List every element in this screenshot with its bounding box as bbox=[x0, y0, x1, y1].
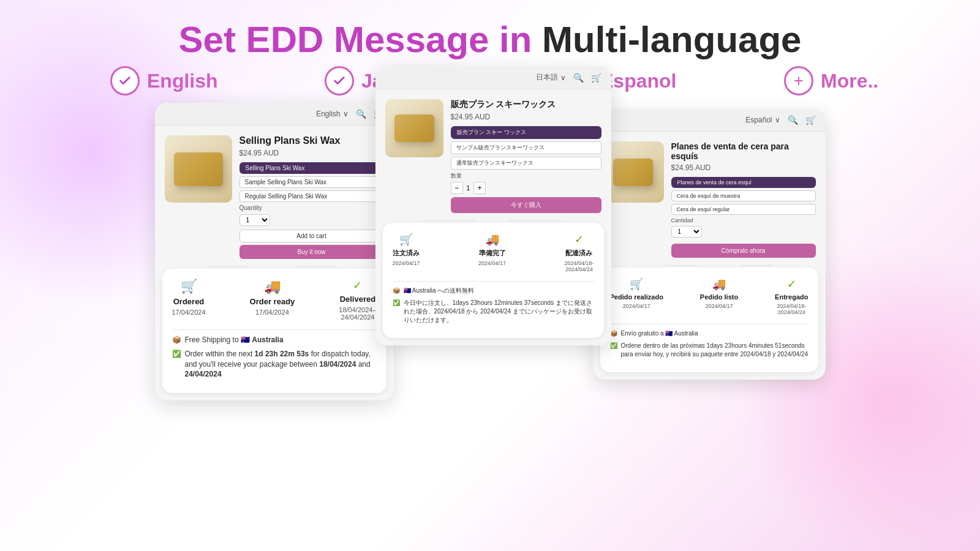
check-icon bbox=[333, 74, 346, 88]
english-divider bbox=[172, 329, 377, 330]
english-wax-block bbox=[174, 152, 223, 186]
japanese-qty-label: 数量 bbox=[451, 172, 601, 180]
english-product-image bbox=[165, 135, 232, 203]
english-add-cart-btn[interactable]: Add to cart bbox=[239, 230, 384, 242]
espanol-search-icon[interactable]: 🔍 bbox=[788, 115, 798, 125]
espanol-step-ordered: 🛒 Pedido realizado 2024/04/17 bbox=[610, 277, 663, 315]
espanol-ordered-date: 2024/04/17 bbox=[623, 303, 650, 309]
japanese-product-title: 販売プラン スキーワックス bbox=[451, 99, 601, 110]
japanese-shipping-line: 📦 🇦🇺 Australia への送料無料 bbox=[393, 287, 594, 295]
espanol-order-line: ✅ Ordene dentro de las próximas 1days 23… bbox=[610, 342, 809, 359]
japanese-qty-controls: − 1 + bbox=[451, 182, 601, 194]
japanese-qty-plus[interactable]: + bbox=[473, 182, 486, 194]
japanese-ship-icon: 📦 bbox=[393, 287, 400, 295]
japanese-step-ordered: 🛒 注文済み 2024/04/17 bbox=[393, 233, 420, 272]
english-product-section: Selling Plans Ski Wax $24.95 AUD Selling… bbox=[155, 126, 394, 269]
japanese-step-delivered: ✓ 配達済み 2024/04/18-2024/04/24 bbox=[564, 233, 594, 272]
espanol-delivered-label: Entregado bbox=[775, 293, 808, 301]
english-delivered-label: Delivered bbox=[340, 294, 376, 304]
espanol-shipping-line: 📦 Envío gratuito a 🇦🇺 Australia bbox=[610, 329, 809, 338]
english-order-text: Order within the next 1d 23h 22m 53s for… bbox=[185, 349, 377, 380]
english-lang-text: English bbox=[147, 70, 218, 92]
espanol-product-image bbox=[603, 141, 664, 203]
japanese-topbar-lang: 日本語 ∨ bbox=[536, 72, 566, 83]
japanese-qty-minus[interactable]: − bbox=[451, 182, 463, 194]
espanol-ready-label: Pedido listo bbox=[700, 293, 738, 301]
espanol-buy-now-btn[interactable]: Cómpralo ahora bbox=[671, 244, 816, 258]
english-step-ready: 🚚 Order ready 17/04/2024 bbox=[250, 279, 295, 321]
english-product-price: $24.95 AUD bbox=[239, 149, 384, 157]
japanese-topbar: 日本語 ∨ 🔍 🛒 bbox=[375, 66, 611, 89]
japanese-order-text: 今日中に注文し、1days 23hours 12minutes 37second… bbox=[404, 299, 594, 324]
more-plus-circle: + bbox=[784, 66, 813, 96]
more-label: + More.. bbox=[784, 66, 878, 96]
espanol-cart-icon[interactable]: 🛒 bbox=[805, 115, 816, 125]
japanese-edd-steps: 🛒 注文済み 2024/04/17 🚚 準備完了 2024/04/17 bbox=[393, 233, 594, 272]
espanol-qty-select[interactable]: 1 bbox=[671, 226, 702, 238]
english-topbar: English ∨ 🔍 🛒 bbox=[155, 103, 394, 126]
espanol-divider bbox=[610, 324, 809, 324]
japanese-ready-date: 2024/04/17 bbox=[478, 260, 506, 266]
english-buy-now-btn[interactable]: Buy it now bbox=[239, 245, 384, 259]
english-card-wrapper: English ∨ 🔍 🛒 Selling Plans Ski Wax $24.… bbox=[155, 97, 394, 400]
page-title: Set EDD Message in Multi-language bbox=[179, 20, 802, 60]
english-edd-steps: 🛒 Ordered 17/04/2024 🚚 Order ready 17/04… bbox=[172, 279, 377, 321]
more-lang-text: More.. bbox=[821, 70, 878, 92]
japanese-check-info-icon: ✅ bbox=[393, 299, 400, 307]
espanol-variant-btn[interactable]: Planes de venta de cera esquí bbox=[671, 177, 816, 188]
espanol-truck-step-icon: 🚚 bbox=[712, 277, 726, 291]
espanol-product-price: $24.95 AUD bbox=[671, 163, 816, 172]
check-icon bbox=[118, 74, 132, 88]
english-step-delivered: ✓ Delivered 18/04/2024–24/04/2024 bbox=[339, 279, 376, 321]
english-ordered-label: Ordered bbox=[173, 297, 205, 306]
english-delivered-date: 18/04/2024–24/04/2024 bbox=[339, 306, 376, 321]
espanol-variant-opt1: Cera de esquí de muestra bbox=[671, 190, 816, 201]
japanese-product-price: $24.95 AUD bbox=[451, 113, 601, 121]
english-connector1 bbox=[208, 266, 247, 267]
english-label: English bbox=[110, 66, 218, 96]
english-shipping-line: 📦 Free Shipping to 🇦🇺 Australia bbox=[172, 335, 377, 345]
japanese-check-step-icon: ✓ bbox=[575, 233, 584, 246]
japanese-buy-now-btn[interactable]: 今すぐ購入 bbox=[451, 197, 601, 213]
espanol-connector2 bbox=[741, 265, 772, 266]
japanese-divider bbox=[393, 281, 594, 282]
espanol-wax-block bbox=[613, 159, 653, 186]
english-cart-step-icon: 🛒 bbox=[181, 279, 197, 294]
espanol-ordered-label: Pedido realizado bbox=[610, 293, 663, 301]
japanese-ordered-date: 2024/04/17 bbox=[393, 260, 420, 266]
english-variant-btn[interactable]: Selling Plans Ski Wax bbox=[239, 162, 384, 174]
japanese-delivered-date: 2024/04/18-2024/04/24 bbox=[564, 260, 594, 272]
english-order-line: ✅ Order within the next 1d 23h 22m 53s f… bbox=[172, 349, 377, 380]
espanol-topbar-lang: Español ∨ bbox=[745, 116, 780, 124]
english-connector2 bbox=[297, 266, 336, 267]
japanese-search-icon[interactable]: 🔍 bbox=[573, 73, 584, 83]
japanese-product-info: 販売プラン スキーワックス $24.95 AUD 販売プラン スキー ワックス … bbox=[451, 99, 601, 213]
english-qty-select[interactable]: 1 bbox=[239, 214, 270, 226]
english-shipping-text: Free Shipping to 🇦🇺 Australia bbox=[185, 335, 284, 345]
english-ship-icon: 📦 bbox=[172, 335, 181, 345]
japanese-variant-btn[interactable]: 販売プラン スキー ワックス bbox=[451, 126, 601, 139]
english-variant-opt1: Sample Selling Plans Ski Wax bbox=[239, 176, 384, 188]
espanol-product-info: Planes de venta de cera para esquís $24.… bbox=[671, 141, 816, 258]
english-topbar-lang: English ∨ bbox=[316, 110, 348, 118]
japanese-ready-label: 準備完了 bbox=[479, 249, 506, 258]
espanol-product-title: Planes de venta de cera para esquís bbox=[671, 141, 816, 161]
japanese-shipping-text: 🇦🇺 Australia への送料無料 bbox=[404, 287, 475, 295]
japanese-shopify-card: 日本語 ∨ 🔍 🛒 販売プラン スキーワックス $24.95 AUD 販売プラン… bbox=[375, 66, 611, 345]
espanol-connector1 bbox=[666, 265, 698, 266]
japanese-connector2 bbox=[508, 220, 562, 221]
espanol-order-text: Ordene dentro de las próximas 1days 23ho… bbox=[621, 342, 809, 359]
japanese-cart-icon[interactable]: 🛒 bbox=[591, 73, 601, 83]
japanese-product-image bbox=[385, 99, 443, 157]
english-search-icon[interactable]: 🔍 bbox=[356, 109, 366, 119]
english-truck-step-icon: 🚚 bbox=[264, 279, 281, 294]
espanol-cart-step-icon: 🛒 bbox=[630, 277, 643, 291]
espanol-shipping-text: Envío gratuito a 🇦🇺 Australia bbox=[621, 329, 698, 338]
espanol-edd-widget: 🛒 Pedido realizado 2024/04/17 🚚 Pedido l… bbox=[600, 268, 818, 372]
english-ready-label: Order ready bbox=[250, 297, 295, 306]
espanol-edd-steps: 🛒 Pedido realizado 2024/04/17 🚚 Pedido l… bbox=[610, 277, 809, 315]
english-check-circle bbox=[110, 66, 140, 96]
japanese-cart-step-icon: 🛒 bbox=[399, 233, 413, 246]
title-dark-part: Multi-language bbox=[542, 19, 801, 60]
japanese-check-circle bbox=[325, 66, 354, 96]
